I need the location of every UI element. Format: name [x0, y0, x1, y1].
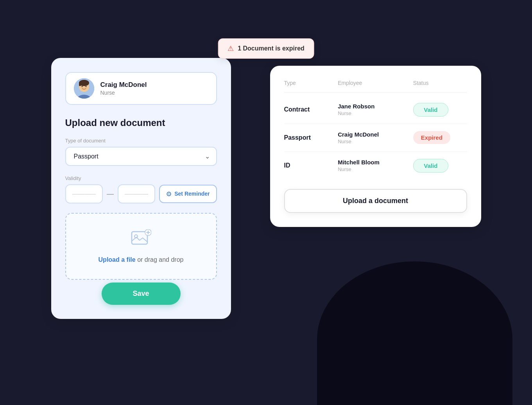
- doc-employee-name: Craig McDonel: [338, 131, 413, 138]
- doc-type: ID: [284, 162, 338, 169]
- status-badge: Expired: [413, 131, 450, 144]
- type-select[interactable]: Passport Contract ID: [65, 147, 217, 166]
- doc-employee: Mitchell Bloom Nurse: [338, 159, 413, 172]
- svg-rect-4: [79, 82, 81, 86]
- status-cell: Expired: [413, 131, 467, 144]
- employee-role: Nurse: [100, 90, 147, 96]
- status-cell: Valid: [413, 103, 467, 117]
- type-select-wrapper: Passport Contract ID ⌄: [65, 147, 217, 166]
- documents-card: Type Employee Status Contract Jane Robso…: [270, 66, 481, 227]
- start-date-input[interactable]: [65, 184, 103, 203]
- status-badge: Valid: [413, 103, 448, 117]
- toast-message: 1 Document is expired: [238, 45, 305, 52]
- col-type: Type: [284, 80, 338, 86]
- dropzone-text: Upload a file or drag and drop: [99, 256, 184, 263]
- status-cell: Valid: [413, 159, 467, 173]
- employee-info: Craig McDonel Nurse: [100, 81, 147, 96]
- end-date-input[interactable]: [118, 184, 155, 203]
- image-upload-icon: [131, 229, 151, 250]
- col-status: Status: [413, 80, 467, 86]
- table-row: Passport Craig McDonel Nurse Expired: [284, 124, 467, 152]
- table-header: Type Employee Status: [284, 80, 467, 93]
- doc-employee-name: Jane Robson: [338, 103, 413, 110]
- employee-name: Craig McDonel: [100, 81, 147, 89]
- date-dash: —: [107, 190, 114, 198]
- doc-employee: Jane Robson Nurse: [338, 103, 413, 116]
- avatar: [74, 78, 94, 99]
- type-label: Type of document: [65, 138, 217, 144]
- upload-document-card: Craig McDonel Nurse Upload new document …: [51, 58, 231, 319]
- status-badge: Valid: [413, 159, 448, 173]
- file-dropzone[interactable]: Upload a file or drag and drop: [65, 213, 217, 280]
- doc-employee-role: Nurse: [338, 110, 413, 116]
- doc-employee-role: Nurse: [338, 166, 413, 172]
- documents-table: Type Employee Status Contract Jane Robso…: [284, 80, 467, 180]
- table-row: Contract Jane Robson Nurse Valid: [284, 96, 467, 124]
- doc-employee: Craig McDonel Nurse: [338, 131, 413, 144]
- save-button[interactable]: Save: [101, 283, 180, 305]
- svg-point-5: [81, 86, 82, 87]
- doc-employee-role: Nurse: [338, 139, 413, 144]
- upload-file-link[interactable]: Upload a file: [99, 256, 136, 263]
- doc-type: Passport: [284, 134, 338, 141]
- doc-type: Contract: [284, 106, 338, 113]
- svg-point-6: [85, 86, 86, 87]
- col-employee: Employee: [338, 80, 413, 86]
- set-reminder-button[interactable]: ⊙ Set Reminder: [159, 185, 217, 203]
- expired-toast: ⚠ 1 Document is expired: [218, 38, 314, 59]
- validity-row: — ⊙ Set Reminder: [65, 184, 217, 203]
- clock-icon: ⊙: [166, 190, 171, 198]
- table-row: ID Mitchell Bloom Nurse Valid: [284, 152, 467, 180]
- employee-badge: Craig McDonel Nurse: [65, 72, 217, 105]
- validity-label: Validity: [65, 175, 217, 181]
- warning-icon: ⚠: [227, 44, 234, 53]
- upload-title: Upload new document: [65, 117, 217, 128]
- dark-background: [317, 261, 512, 405]
- upload-document-button[interactable]: Upload a document: [284, 189, 467, 213]
- doc-employee-name: Mitchell Bloom: [338, 159, 413, 166]
